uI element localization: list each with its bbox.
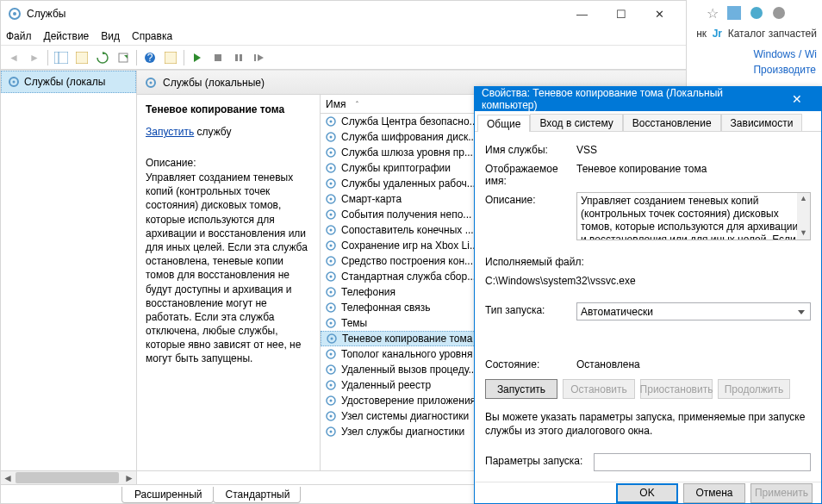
breadcrumb-link-wi[interactable]: Wi	[805, 48, 817, 60]
svg-point-55	[330, 353, 333, 356]
service-name: Тополог канального уровня	[341, 348, 472, 360]
menu-help[interactable]: Справка	[132, 30, 172, 42]
gear-icon	[324, 130, 338, 144]
maximize-button[interactable]: ☐	[601, 2, 640, 26]
svg-point-25	[330, 121, 333, 123]
gear-icon	[324, 254, 338, 268]
help-text: Вы можете указать параметры запуска, при…	[485, 411, 811, 438]
dialog-title: Свойства: Теневое копирование тома (Лока…	[482, 87, 780, 111]
browser-nav: нк Jr Каталог запчастей	[696, 28, 817, 40]
star-icon[interactable]: ☆	[707, 5, 719, 22]
ext-icon-2[interactable]	[750, 6, 763, 20]
tab-extended[interactable]: Расширенный	[121, 487, 214, 503]
service-name: Теневое копирование тома	[342, 333, 472, 345]
gear-icon	[324, 192, 338, 206]
minimize-button[interactable]: —	[563, 2, 601, 26]
svg-marker-19	[258, 54, 264, 61]
svg-point-47	[330, 291, 333, 294]
service-name: Темы	[341, 317, 367, 329]
service-name: Средство построения кон...	[341, 255, 473, 267]
service-name: Удаленный вызов процеду...	[341, 364, 476, 376]
scroll-thumb[interactable]	[16, 472, 119, 483]
svg-point-1	[750, 7, 763, 19]
ext-icon-1[interactable]	[727, 6, 741, 20]
svg-rect-18	[254, 54, 256, 61]
tab-dependencies[interactable]: Зависимости	[721, 114, 803, 131]
panes-btn[interactable]	[52, 48, 71, 67]
start-service-link[interactable]: Запустить	[146, 126, 194, 138]
service-name-value: VSS	[576, 142, 811, 156]
menu-file[interactable]: Файл	[6, 30, 32, 42]
menubar: Файл Действие Вид Справка	[1, 27, 686, 46]
service-name: Службы криптографии	[341, 162, 451, 174]
scroll-right-arrow[interactable]: ►	[122, 471, 136, 484]
svg-rect-17	[240, 54, 242, 61]
svg-point-63	[330, 415, 333, 418]
tab-general[interactable]: Общие	[477, 115, 530, 132]
fwd-btn: ►	[25, 48, 44, 67]
dialog-titlebar: Свойства: Теневое копирование тома (Лока…	[475, 87, 821, 111]
svg-rect-13	[165, 52, 177, 64]
service-name: Телефонная связь	[341, 302, 430, 314]
tree-node-services[interactable]: Службы (локалы	[1, 71, 136, 93]
service-name: Сопоставитель конечных ...	[341, 224, 474, 236]
svg-point-39	[330, 229, 333, 232]
start-btn[interactable]	[188, 48, 207, 67]
svg-point-41	[330, 245, 333, 247]
close-button[interactable]: ✕	[640, 2, 679, 26]
scroll-up-arrow[interactable]: ▲	[797, 193, 810, 205]
svg-point-61	[330, 400, 333, 402]
gear-icon	[324, 285, 338, 299]
jr-icon[interactable]: Jr	[713, 28, 722, 40]
menu-action[interactable]: Действие	[44, 30, 90, 42]
svg-rect-7	[76, 52, 88, 64]
service-name: Телефония	[341, 286, 395, 298]
close-icon[interactable]: ✕	[780, 87, 814, 111]
display-name-value: Теневое копирование тома	[576, 161, 811, 175]
state-label: Состояние:	[485, 357, 571, 370]
help2-btn[interactable]	[161, 48, 180, 67]
gear-icon	[8, 7, 22, 21]
stop-btn	[209, 48, 227, 67]
tab-recovery[interactable]: Восстановление	[623, 114, 721, 131]
params-input[interactable]	[594, 453, 811, 471]
gear-icon	[7, 75, 21, 89]
hscroll-left[interactable]: ◄ ►	[1, 471, 137, 484]
startup-label: Тип запуска:	[485, 302, 571, 316]
tree-pane: Службы (локалы	[1, 71, 137, 470]
scroll-left-arrow[interactable]: ◄	[1, 471, 15, 484]
props-btn[interactable]	[72, 48, 91, 67]
dialog-tabs: Общие Вход в систему Восстановление Зави…	[475, 111, 821, 132]
cancel-button[interactable]: Отмена	[683, 483, 745, 503]
export-btn[interactable]	[114, 48, 133, 67]
startup-select[interactable]: Автоматически	[576, 302, 811, 320]
gear-icon	[324, 363, 338, 376]
svg-point-33	[330, 183, 333, 185]
tab-logon[interactable]: Вход в систему	[530, 114, 622, 131]
svg-rect-16	[235, 54, 238, 61]
svg-point-37	[330, 214, 333, 216]
ok-button[interactable]: OK	[616, 483, 678, 503]
service-name: События получения непо...	[341, 208, 471, 221]
svg-point-43	[330, 260, 333, 263]
col-header-name[interactable]: Имя ˆ	[321, 95, 476, 113]
gear-icon	[325, 332, 339, 345]
svg-point-57	[330, 369, 333, 371]
scroll-down-arrow[interactable]: ▼	[797, 227, 810, 240]
gear-icon	[324, 425, 338, 439]
window-title: Службы	[27, 8, 563, 20]
start-service-button[interactable]: Запустить	[485, 379, 557, 399]
service-name: Узел службы диагностики	[341, 426, 464, 438]
gear-icon	[324, 394, 338, 408]
desc-label: Описание:	[485, 192, 571, 206]
menu-view[interactable]: Вид	[101, 30, 120, 42]
description-column: Теневое копирование тома Запустить служб…	[137, 95, 321, 470]
refresh-btn[interactable]	[93, 48, 112, 67]
tab-standard[interactable]: Стандартный	[213, 487, 302, 503]
scroll-track[interactable]	[15, 471, 122, 484]
help-btn[interactable]: ?	[140, 48, 159, 67]
ext-icon-3[interactable]	[772, 6, 786, 20]
desc-textbox[interactable]: Управляет созданием теневых копий (контр…	[576, 192, 811, 240]
service-name: Узел системы диагностики	[341, 410, 469, 422]
breadcrumb-link-windows[interactable]: Windows	[753, 48, 795, 60]
